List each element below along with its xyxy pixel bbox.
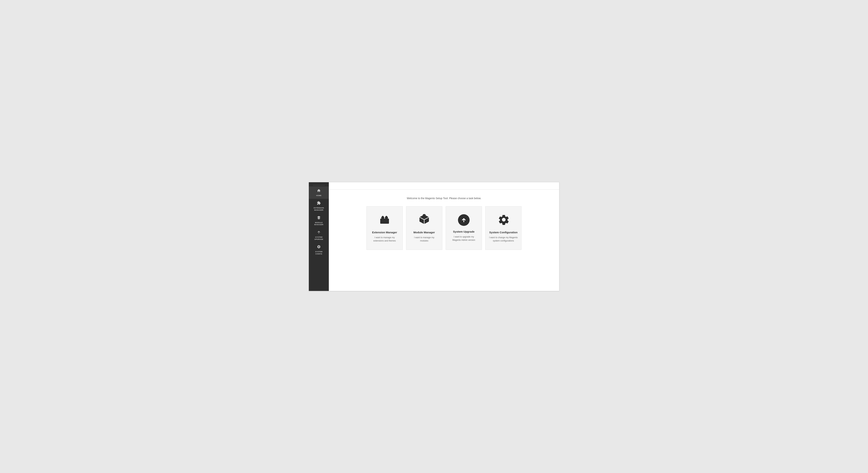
config-icon [317,245,321,250]
module-manager-icon [418,213,430,227]
svg-point-4 [385,216,387,217]
card-system-configuration[interactable]: System Configuration I want to change my… [485,206,522,250]
system-config-icon [498,213,509,227]
sidebar-item-home[interactable]: HOME [309,186,329,199]
system-configuration-title: System Configuration [489,231,518,234]
svg-point-5 [382,220,384,221]
sidebar-item-extension-manager[interactable]: EXTENSIONMANAGER [309,199,329,213]
sidebar-item-config-label: SYSTEMCONFIG [315,251,322,255]
sidebar-item-module-manager[interactable]: MODULEMANAGER [309,213,329,228]
sidebar-item-module-label: MODULEMANAGER [314,222,323,226]
module-manager-desc: I want to manage my modules [410,236,438,242]
welcome-text: Welcome to the Magento Setup Tool. Pleas… [340,197,548,200]
extension-icon [317,201,321,206]
sidebar-item-home-label: HOME [316,195,321,197]
sidebar-item-upgrade-label: SYSTEMUPGRADE [314,236,323,240]
sidebar-item-system-config[interactable]: SYSTEMCONFIG [309,243,329,257]
system-upgrade-title: System Upgrade [453,230,474,234]
module-manager-title: Module Manager [413,231,435,234]
card-system-upgrade[interactable]: System Upgrade I want to upgrade my Mage… [446,206,482,250]
extension-manager-icon [379,213,391,227]
upgrade-icon [317,230,321,235]
sidebar: HOME EXTENSIONMANAGER MODULEMANAGER [309,182,329,291]
system-configuration-desc: I want to change my Magento system confi… [489,236,518,242]
sidebar-item-extension-label: EXTENSIONMANAGER [314,207,324,211]
system-upgrade-desc: I want to upgrade my Magento Admin versi… [450,235,478,242]
top-bar [329,182,559,189]
main-content: Welcome to the Magento Setup Tool. Pleas… [329,182,559,291]
svg-point-6 [385,220,387,221]
content-area: Welcome to the Magento Setup Tool. Pleas… [329,189,559,291]
svg-point-3 [382,216,384,217]
cards-row: Extension Manager I want to manage my ex… [340,206,548,250]
card-extension-manager[interactable]: Extension Manager I want to manage my ex… [366,206,403,250]
svg-point-9 [423,214,426,216]
sidebar-item-system-upgrade[interactable]: SYSTEMUPGRADE [309,228,329,243]
svg-rect-0 [380,218,389,224]
card-module-manager[interactable]: Module Manager I want to manage my modul… [406,206,442,250]
app-wrapper: HOME EXTENSIONMANAGER MODULEMANAGER [309,182,559,291]
system-upgrade-icon [458,214,470,226]
home-icon [317,188,321,194]
sidebar-divider [313,185,325,185]
extension-manager-desc: I want to manage my extensions and theme… [370,236,399,242]
module-icon [317,216,321,221]
extension-manager-title: Extension Manager [372,231,397,234]
